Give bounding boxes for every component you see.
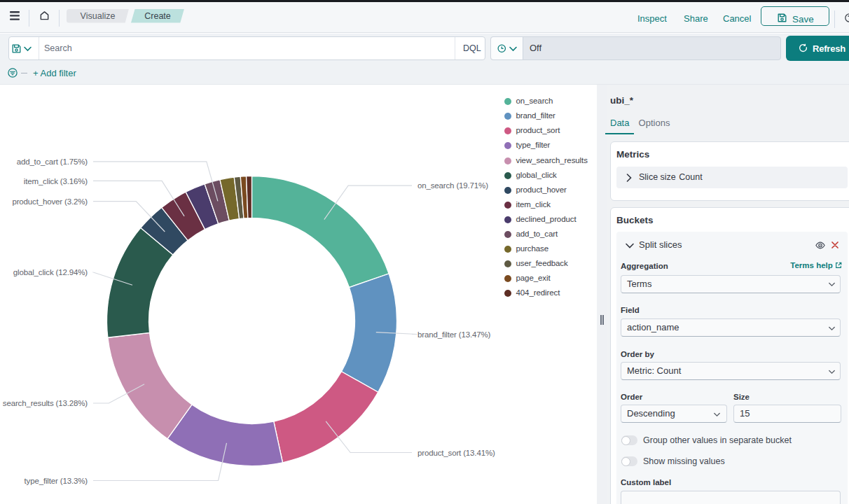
svg-text:on_search (19.71%): on_search (19.71%) <box>417 181 488 190</box>
svg-text:product_sort (13.41%): product_sort (13.41%) <box>417 449 495 457</box>
svg-text:search_results (13.28%): search_results (13.28%) <box>3 399 88 407</box>
svg-text:global_click (12.94%): global_click (12.94%) <box>13 268 88 276</box>
svg-text:item_click (3.16%): item_click (3.16%) <box>24 177 88 186</box>
svg-text:product_hover (3.2%): product_hover (3.2%) <box>12 197 88 206</box>
svg-text:add_to_cart (1.75%): add_to_cart (1.75%) <box>17 158 88 166</box>
svg-text:brand_filter (13.47%): brand_filter (13.47%) <box>417 330 491 339</box>
svg-text:type_filter (13.3%): type_filter (13.3%) <box>25 477 88 485</box>
